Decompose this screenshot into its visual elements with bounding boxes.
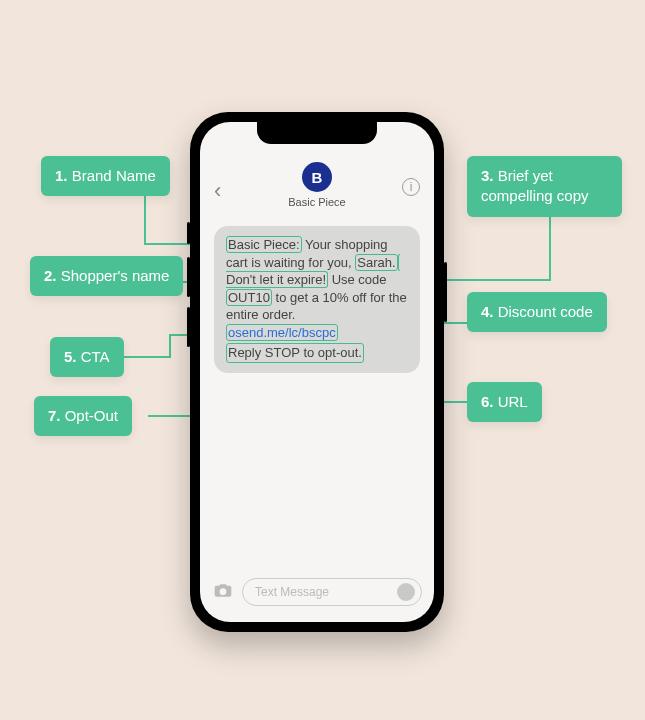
phone-side-button xyxy=(187,307,190,347)
phone-side-button xyxy=(444,262,447,322)
callout-text: Brief yet compelling copy xyxy=(481,167,589,204)
diagram-stage: ‹ i B Basic Piece Basic Piece: Your shop… xyxy=(0,0,645,720)
message-input-bar: Text Message xyxy=(212,578,422,606)
input-placeholder: Text Message xyxy=(255,585,329,599)
phone-side-button xyxy=(187,257,190,297)
info-icon[interactable]: i xyxy=(402,178,420,196)
callout-brand-name: 1. Brand Name xyxy=(41,156,170,196)
callout-shopper-name: 2. Shopper's name xyxy=(30,256,183,296)
contact-avatar[interactable]: B xyxy=(302,162,332,192)
phone-mockup: ‹ i B Basic Piece Basic Piece: Your shop… xyxy=(190,112,444,632)
sms-brand-name: Basic Piece: xyxy=(226,236,302,253)
mic-icon[interactable] xyxy=(397,583,415,601)
callout-number: 1. xyxy=(55,167,68,184)
callout-url: 6. URL xyxy=(467,382,542,422)
back-chevron-icon[interactable]: ‹ xyxy=(214,178,221,204)
phone-notch xyxy=(257,122,377,144)
callout-text: Shopper's name xyxy=(61,267,170,284)
phone-screen: ‹ i B Basic Piece Basic Piece: Your shop… xyxy=(200,122,434,622)
callout-cta: 5. CTA xyxy=(50,337,124,377)
sms-url-link[interactable]: osend.me/lc/bscpc xyxy=(226,324,338,341)
callout-discount-code: 4. Discount code xyxy=(467,292,607,332)
sms-message-bubble: Basic Piece: Your shopping cart is waiti… xyxy=(214,226,420,373)
text-message-input[interactable]: Text Message xyxy=(242,578,422,606)
callout-number: 7. xyxy=(48,407,61,424)
callout-copy: 3. Brief yet compelling copy xyxy=(467,156,622,217)
camera-icon[interactable] xyxy=(212,580,234,605)
sms-shopper-name: Sarah. xyxy=(355,254,397,271)
callout-text: Discount code xyxy=(498,303,593,320)
callout-text: CTA xyxy=(81,348,110,365)
contact-name: Basic Piece xyxy=(200,196,434,208)
callout-number: 2. xyxy=(44,267,57,284)
callout-number: 5. xyxy=(64,348,77,365)
sms-discount-code: OUT10 xyxy=(226,289,272,306)
phone-side-button xyxy=(187,222,190,244)
callout-text: URL xyxy=(498,393,528,410)
callout-text: Opt-Out xyxy=(65,407,118,424)
callout-number: 3. xyxy=(481,167,494,184)
callout-number: 4. xyxy=(481,303,494,320)
callout-optout: 7. Opt-Out xyxy=(34,396,132,436)
sms-text: Use code xyxy=(328,272,387,287)
sms-optout: Reply STOP to opt-out. xyxy=(226,343,364,363)
callout-number: 6. xyxy=(481,393,494,410)
callout-text: Brand Name xyxy=(72,167,156,184)
